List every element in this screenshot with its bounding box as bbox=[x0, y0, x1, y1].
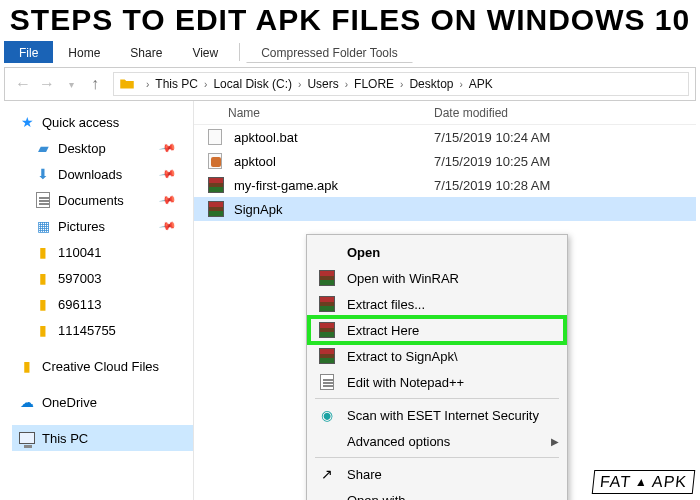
tab-compressed-tools[interactable]: Compressed Folder Tools bbox=[246, 41, 413, 63]
context-menu-label: Extract to SignApk\ bbox=[347, 349, 458, 364]
col-date[interactable]: Date modified bbox=[434, 106, 696, 120]
file-name: SignApk bbox=[234, 202, 434, 217]
doc-icon bbox=[317, 374, 337, 390]
download-icon: ⬇ bbox=[34, 165, 52, 183]
file-name: my-first-game.apk bbox=[234, 178, 434, 193]
sidebar-item-desktop[interactable]: ▰Desktop📌 bbox=[12, 135, 193, 161]
context-menu-label: Open with WinRAR bbox=[347, 271, 459, 286]
file-row[interactable]: apktool.bat7/15/2019 10:24 AM bbox=[194, 125, 696, 149]
context-menu-item[interactable]: Extract to SignApk\ bbox=[309, 343, 565, 369]
file-date: 7/15/2019 10:25 AM bbox=[434, 154, 550, 169]
file-row[interactable]: apktool7/15/2019 10:25 AM bbox=[194, 149, 696, 173]
context-menu-label: Scan with ESET Internet Security bbox=[347, 408, 539, 423]
rar-icon bbox=[317, 348, 337, 364]
context-menu-item[interactable]: Open with WinRAR bbox=[309, 265, 565, 291]
crumb-thispc[interactable]: This PC bbox=[155, 77, 198, 91]
tab-file[interactable]: File bbox=[4, 41, 53, 63]
crumb-flore[interactable]: FLORE bbox=[354, 77, 394, 91]
star-icon: ★ bbox=[18, 113, 36, 131]
file-date: 7/15/2019 10:28 AM bbox=[434, 178, 550, 193]
sidebar-item-folder[interactable]: ▮597003 bbox=[12, 265, 193, 291]
folder-icon: ▮ bbox=[34, 295, 52, 313]
chevron-right-icon: ▶ bbox=[551, 436, 559, 447]
folder-icon: ▮ bbox=[34, 321, 52, 339]
watermark: FAT ▲ APK bbox=[592, 470, 696, 494]
sidebar: ★ Quick access ▰Desktop📌 ⬇Downloads📌 Doc… bbox=[4, 101, 194, 500]
tab-share[interactable]: Share bbox=[115, 41, 177, 63]
folder-icon: ▮ bbox=[34, 269, 52, 287]
documents-icon bbox=[34, 191, 52, 209]
address-bar: ← → ▾ ↑ › This PC› Local Disk (C:)› User… bbox=[4, 67, 696, 101]
folder-icon bbox=[118, 75, 136, 93]
file-icon bbox=[208, 153, 228, 169]
pin-icon: 📌 bbox=[159, 217, 178, 236]
tab-view[interactable]: View bbox=[177, 41, 233, 63]
sidebar-item-pictures[interactable]: ▦Pictures📌 bbox=[12, 213, 193, 239]
context-menu-label: Edit with Notepad++ bbox=[347, 375, 464, 390]
file-name: apktool bbox=[234, 154, 434, 169]
ribbon-tabs: File Home Share View Compressed Folder T… bbox=[4, 39, 696, 65]
file-explorer: File Home Share View Compressed Folder T… bbox=[4, 39, 696, 500]
context-menu: OpenOpen with WinRARExtract files...Extr… bbox=[306, 234, 568, 500]
file-icon bbox=[208, 177, 228, 193]
pin-icon: 📌 bbox=[159, 191, 178, 210]
context-menu-item[interactable]: Open bbox=[309, 239, 565, 265]
monitor-icon bbox=[18, 429, 36, 447]
file-date: 7/15/2019 10:24 AM bbox=[434, 130, 550, 145]
column-headers: Name Date modified bbox=[194, 101, 696, 125]
nav-up-icon[interactable]: ↑ bbox=[83, 72, 107, 96]
crumb-desktop[interactable]: Desktop bbox=[409, 77, 453, 91]
folder-icon: ▮ bbox=[18, 357, 36, 375]
rar-icon bbox=[317, 296, 337, 312]
context-menu-item[interactable]: ↗Share bbox=[309, 461, 565, 487]
headline: STEPS TO EDIT APK FILES ON WINDOWS 10 bbox=[0, 0, 700, 39]
context-menu-label: Extract Here bbox=[347, 323, 419, 338]
folder-icon: ▮ bbox=[34, 243, 52, 261]
crumb-apk[interactable]: APK bbox=[469, 77, 493, 91]
pin-icon: 📌 bbox=[159, 139, 178, 158]
nav-dropdown-icon[interactable]: ▾ bbox=[59, 72, 83, 96]
desktop-icon: ▰ bbox=[34, 139, 52, 157]
context-menu-item[interactable]: Open with bbox=[309, 487, 565, 500]
file-icon bbox=[208, 129, 228, 145]
sidebar-onedrive[interactable]: ☁OneDrive bbox=[12, 389, 193, 415]
crumb-users[interactable]: Users bbox=[307, 77, 338, 91]
context-menu-label: Advanced options bbox=[347, 434, 450, 449]
rar-icon bbox=[317, 322, 337, 338]
file-icon bbox=[208, 201, 228, 217]
context-menu-item[interactable]: Extract files... bbox=[309, 291, 565, 317]
context-menu-label: Open bbox=[347, 245, 380, 260]
sidebar-item-folder[interactable]: ▮11145755 bbox=[12, 317, 193, 343]
sidebar-item-documents[interactable]: Documents📌 bbox=[12, 187, 193, 213]
nav-forward-icon[interactable]: → bbox=[35, 72, 59, 96]
rar-icon bbox=[317, 270, 337, 286]
sidebar-item-folder[interactable]: ▮110041 bbox=[12, 239, 193, 265]
sidebar-item-folder[interactable]: ▮696113 bbox=[12, 291, 193, 317]
context-menu-item[interactable]: ◉Scan with ESET Internet Security bbox=[309, 402, 565, 428]
pictures-icon: ▦ bbox=[34, 217, 52, 235]
context-menu-item[interactable]: Extract Here bbox=[309, 317, 565, 343]
crumb-c[interactable]: Local Disk (C:) bbox=[213, 77, 292, 91]
context-menu-label: Open with bbox=[347, 493, 406, 501]
share-icon: ↗ bbox=[317, 466, 337, 482]
file-row[interactable]: my-first-game.apk7/15/2019 10:28 AM bbox=[194, 173, 696, 197]
cloud-icon: ☁ bbox=[18, 393, 36, 411]
android-icon: ▲ bbox=[634, 475, 648, 489]
tab-home[interactable]: Home bbox=[53, 41, 115, 63]
context-menu-item[interactable]: Edit with Notepad++ bbox=[309, 369, 565, 395]
pin-icon: 📌 bbox=[159, 165, 178, 184]
sidebar-creative-cloud[interactable]: ▮Creative Cloud Files bbox=[12, 353, 193, 379]
file-row[interactable]: SignApk bbox=[194, 197, 696, 221]
breadcrumb[interactable]: › This PC› Local Disk (C:)› Users› FLORE… bbox=[113, 72, 689, 96]
sidebar-quick-access[interactable]: ★ Quick access bbox=[12, 109, 193, 135]
eset-icon: ◉ bbox=[317, 407, 337, 423]
sidebar-item-downloads[interactable]: ⬇Downloads📌 bbox=[12, 161, 193, 187]
file-name: apktool.bat bbox=[234, 130, 434, 145]
context-menu-label: Share bbox=[347, 467, 382, 482]
context-menu-item[interactable]: Advanced options▶ bbox=[309, 428, 565, 454]
sidebar-this-pc[interactable]: This PC bbox=[12, 425, 193, 451]
col-name[interactable]: Name bbox=[194, 106, 434, 120]
nav-back-icon[interactable]: ← bbox=[11, 72, 35, 96]
context-menu-label: Extract files... bbox=[347, 297, 425, 312]
